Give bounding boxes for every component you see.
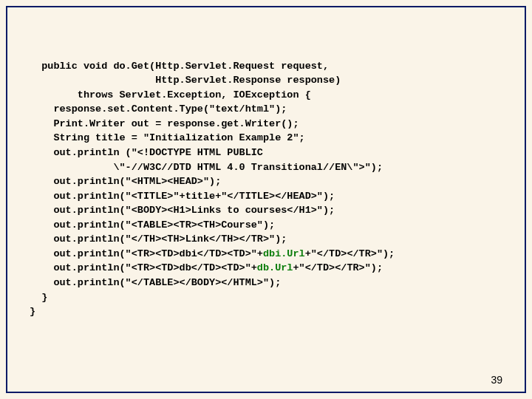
code-line: throws Servlet.Exception, IOException { (30, 89, 311, 100)
code-line: } (30, 292, 47, 303)
code-line: out.println("</TH><TH>Link</TH></TR>"); (30, 233, 287, 245)
highlight-db-url: db.Url (257, 262, 293, 273)
code-block: public void do.Get(Http.Servlet.Request … (30, 44, 517, 319)
code-line: out.println("<TR><TD>db</TD><TD>"+db.Url… (30, 262, 383, 273)
code-line: public void do.Get(Http.Servlet.Request … (30, 61, 329, 72)
page-number: 39 (491, 374, 502, 386)
code-line: response.set.Content.Type("text/html"); (30, 103, 287, 115)
code-line: } (30, 306, 35, 317)
code-line: out.println("<BODY><H1>Links to courses<… (30, 205, 335, 216)
code-fragment: +"</TD></TR>"); (305, 248, 395, 259)
code-line: out.println("<TITLE>"+title+"</TITLE></H… (30, 191, 335, 202)
code-fragment: out.println("<TR><TD>db</TD><TD>"+ (30, 262, 257, 273)
code-line: out.println ("<!DOCTYPE HTML PUBLIC (30, 147, 269, 158)
slide-frame: public void do.Get(Http.Servlet.Request … (6, 6, 526, 393)
code-line: Print.Writer out = response.get.Writer()… (30, 118, 299, 129)
code-line: Http.Servlet.Response response) (30, 75, 341, 86)
code-fragment: +"</TD></TR>"); (293, 262, 383, 273)
highlight-dbi-url: dbi.Url (263, 248, 305, 259)
code-line: \"-//W3C//DTD HTML 4.0 Transitional//EN\… (30, 162, 383, 173)
code-line: out.println("<TR><TD>dbi</TD><TD>"+dbi.U… (30, 248, 395, 259)
code-line: out.println("<TABLE><TR><TH>Course"); (30, 219, 275, 231)
code-line: out.println("<HTML><HEAD>"); (30, 176, 221, 187)
code-fragment: out.println("<TR><TD>dbi</TD><TD>"+ (30, 248, 263, 259)
code-line: out.println("</TABLE></BODY></HTML>"); (30, 277, 281, 288)
code-line: String title = "Initialization Example 2… (30, 132, 305, 143)
